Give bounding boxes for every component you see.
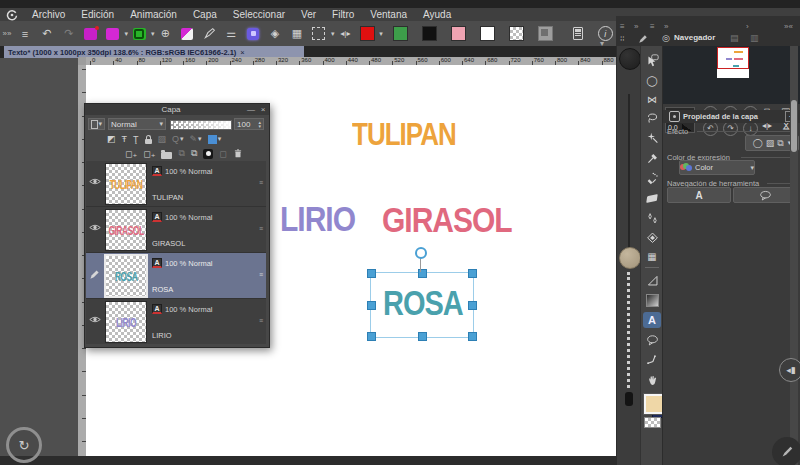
canvas-text-tulipan[interactable]: TULIPAN	[352, 117, 456, 154]
layer-thumbnail[interactable]: TULIPAN	[105, 163, 147, 205]
layer-mask-icon[interactable]	[203, 149, 213, 159]
menu-edicion[interactable]: Edición	[73, 9, 122, 20]
tool-gradient-icon[interactable]	[641, 292, 663, 309]
color-swatch-white[interactable]	[478, 24, 498, 44]
layer-grip-icon[interactable]: ≡	[259, 271, 263, 278]
main-menu-icon[interactable]: ≡	[15, 24, 35, 44]
tool-magic-wand-icon[interactable]	[641, 130, 663, 147]
reset-rotation-icon[interactable]: ↓	[743, 121, 758, 136]
selection-handle-ne[interactable]	[468, 269, 477, 278]
layer-color-dropdown-icon[interactable]: ▾	[208, 135, 222, 144]
brush-preview-circle[interactable]	[619, 48, 641, 70]
layer-panel-minimize-icon[interactable]: —	[245, 105, 257, 114]
quick-access-icon[interactable]	[243, 24, 263, 44]
color-red-dropdown-icon[interactable]: ▾	[379, 30, 383, 38]
tool-eyedropper-icon[interactable]	[641, 150, 663, 167]
blend-mode-select[interactable]: Normal▾	[108, 118, 166, 130]
flip-horizontal-icon[interactable]: ◂|▸	[335, 24, 355, 44]
transparent-color-swatch[interactable]	[644, 417, 661, 428]
layer-row-girasol[interactable]: GIRASOL A100 % Normal GIRASOL ≡	[86, 207, 266, 253]
tool-crop-marks-icon[interactable]: ⋈	[641, 91, 663, 108]
selection-handle-w[interactable]	[367, 301, 376, 310]
navigator-tab-compass-icon[interactable]: ◎	[662, 33, 670, 43]
menu-capa[interactable]: Capa	[185, 9, 225, 20]
layer-panel-titlebar[interactable]: Capa — ×	[85, 104, 269, 115]
collapse-chevron-icon[interactable]: »«	[784, 22, 793, 31]
figure-dropdown-icon[interactable]: ▾	[151, 30, 155, 38]
layer-row-tulipan[interactable]: TULIPAN A100 % Normal TULIPAN ≡	[86, 161, 266, 207]
materials-book-icon[interactable]	[568, 24, 588, 44]
rotate-left-icon[interactable]: ↶	[703, 121, 718, 136]
tool-hand-icon[interactable]	[641, 372, 663, 389]
layer-grip-icon[interactable]: ≡	[259, 179, 263, 186]
visibility-eye-icon[interactable]	[89, 315, 101, 324]
selection-handle-s[interactable]	[418, 332, 427, 341]
figure-frame-icon[interactable]	[129, 24, 149, 44]
pen-dropdown-icon[interactable]: ✎▾	[190, 134, 202, 144]
subview-tab-icon[interactable]: ▤	[730, 33, 739, 43]
keep-thumbnail-icon[interactable]: Ţ	[133, 134, 139, 144]
tool-balloon-icon[interactable]	[641, 332, 663, 349]
collapse-chevron-icon[interactable]: »	[634, 22, 638, 31]
dock-collapse-chevron-icon[interactable]: ▾	[600, 39, 604, 48]
selection-handle-e[interactable]	[468, 301, 477, 310]
clip-to-layer-icon[interactable]: ◩	[107, 134, 116, 144]
tone-dropdown-icon[interactable]: ▾	[125, 30, 129, 38]
menu-filtro[interactable]: Filtro	[324, 9, 362, 20]
draft-dropdown-icon[interactable]: Q▾	[172, 134, 184, 144]
layer-row-rosa-selected[interactable]: ROSA A100 % Normal ROSA ≡	[86, 253, 266, 299]
tool-nav-balloon-button[interactable]	[733, 187, 797, 203]
expression-dropdown-icon[interactable]: ▾	[750, 164, 754, 172]
layer-row-lirio[interactable]: LIRIO A100 % Normal LIRIO ≡	[86, 299, 266, 344]
new-vector-layer-icon[interactable]: ◻₊	[143, 149, 155, 159]
layer-palette-dropdown[interactable]: ▾	[88, 118, 105, 130]
clip-studio-logo-icon[interactable]	[0, 9, 24, 21]
canvas-text-girasol[interactable]: GIRASOL	[382, 200, 512, 240]
rotate-canvas-button[interactable]: ↻	[6, 427, 42, 463]
document-tab-close-icon[interactable]: ×	[240, 48, 244, 57]
slider-track-upper[interactable]	[628, 94, 630, 248]
text-selection-box[interactable]	[370, 272, 474, 338]
lock-alpha-icon[interactable]: ▨	[158, 134, 167, 144]
wallpaper-stamp-icon[interactable]	[81, 24, 101, 44]
color-swatch-gray[interactable]	[535, 24, 555, 44]
navigator-tab[interactable]: Navegador	[674, 33, 715, 42]
color-swatch-red[interactable]	[357, 24, 377, 44]
layers-stack-icon[interactable]: ◈	[265, 24, 285, 44]
slider-palette-tab-icon[interactable]: ⁞⁞	[620, 34, 624, 43]
merge-layer-icon[interactable]: ⧉	[191, 148, 197, 159]
lock-layer-icon[interactable]	[145, 139, 152, 144]
rotate-right-icon[interactable]: ↷	[723, 121, 738, 136]
pen-nib-icon[interactable]	[199, 24, 219, 44]
layer-panel-close-icon[interactable]: ×	[257, 105, 269, 114]
tool-gradient-map-icon[interactable]: ▦	[641, 248, 663, 265]
opacity-value-field[interactable]: 100▴▾	[234, 118, 264, 130]
delete-layer-icon[interactable]	[233, 148, 243, 159]
tool-correction-line-icon[interactable]	[641, 351, 663, 368]
menu-seleccionar[interactable]: Seleccionar	[225, 9, 293, 20]
info-tab-icon[interactable]: ▥	[750, 33, 759, 43]
new-folder-icon[interactable]	[161, 152, 172, 159]
select-area-dropdown-icon[interactable]: ▾	[331, 30, 335, 38]
tool-ellipse-icon[interactable]: ◯	[641, 72, 663, 89]
tool-object-icon[interactable]	[641, 52, 663, 69]
tone-pattern-icon[interactable]	[103, 24, 123, 44]
collapse-dock-button[interactable]: ◂▮	[779, 358, 800, 382]
transfer-layer-icon[interactable]: ⧉	[178, 148, 184, 159]
pen-palette-tab-icon[interactable]	[638, 34, 648, 44]
tool-eraser-icon[interactable]	[641, 190, 663, 207]
layer-grip-icon[interactable]: ≡	[259, 225, 263, 232]
tool-nav-text-button[interactable]: A	[667, 187, 731, 203]
main-color-swatch[interactable]	[644, 394, 664, 414]
gradient-tile-icon[interactable]	[177, 24, 197, 44]
edit-pencil-button[interactable]	[772, 437, 800, 465]
slider-track-lower[interactable]	[627, 272, 630, 388]
collapse-chevron-icon[interactable]: ›	[746, 22, 749, 31]
layer-thumbnail[interactable]: ROSA	[104, 254, 148, 298]
color-swatch-green[interactable]	[391, 24, 411, 44]
tool-airbrush-icon[interactable]	[641, 170, 663, 187]
apply-mask-icon[interactable]: ◻	[219, 149, 226, 159]
selection-handle-nw[interactable]	[367, 269, 376, 278]
rotation-handle-icon[interactable]	[415, 247, 427, 259]
menu-archivo[interactable]: Archivo	[24, 9, 73, 20]
